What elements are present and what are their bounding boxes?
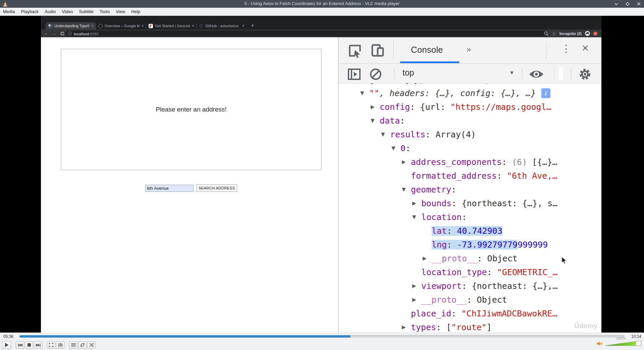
console-output[interactable]: {data: {…}, status: 200, statusText: ▼""… <box>338 83 601 333</box>
disclosure-collapsed-icon[interactable]: ▶ <box>402 155 406 169</box>
extension-icon[interactable] <box>593 32 597 36</box>
tab-close-icon[interactable]: × <box>142 24 144 28</box>
disclosure-expanded-icon[interactable]: ▼ <box>360 86 364 100</box>
equalizer-icon <box>58 343 63 347</box>
browser-tab[interactable]: Get Started | Geocoding API× <box>146 22 197 30</box>
globe-icon <box>48 24 52 28</box>
console-line: formatted_address: "6th Ave,… <box>338 169 601 183</box>
menu-view[interactable]: View <box>113 9 128 14</box>
menu-audio[interactable]: Audio <box>42 9 59 14</box>
disclosure-collapsed-icon[interactable]: ▶ <box>412 196 416 210</box>
clipped-console-line: {data: {…}, status: 200, statusText: <box>338 83 601 86</box>
devtools-menu-icon[interactable]: ⋮ <box>561 43 571 54</box>
reload-icon[interactable] <box>60 31 65 36</box>
disclosure-collapsed-icon[interactable]: ▶ <box>412 293 416 307</box>
watermark: Ûdemy <box>574 322 597 330</box>
browser-tab[interactable]: Overview – Google Maps – Co× <box>96 22 146 30</box>
shuffle-icon <box>89 343 94 347</box>
video-area[interactable]: Understanding TypeScript×Overview – Goog… <box>0 16 644 333</box>
console-line: ▶config: {url: "https://maps.googl… <box>338 100 601 114</box>
menu-subtitle[interactable]: Subtitle <box>76 9 96 14</box>
console-line: ▶__proto__: Object <box>338 293 601 307</box>
back-icon[interactable]: ← <box>44 30 48 36</box>
github-icon <box>199 24 203 28</box>
vlc-window: 5 - Using Axios to Fetch Coordinates for… <box>0 0 644 350</box>
menu-media[interactable]: Media <box>0 9 18 14</box>
console-line: ▼location: <box>338 210 601 224</box>
devtools-close-icon[interactable]: × <box>582 42 589 53</box>
previous-button[interactable] <box>16 341 24 349</box>
address-bar[interactable]: i localhost:8080 <box>65 31 547 36</box>
minimize-icon[interactable] <box>614 3 618 5</box>
previous-icon <box>18 343 22 347</box>
forward-icon[interactable]: → <box>52 30 56 36</box>
disclosure-expanded-icon[interactable]: ▼ <box>412 210 416 224</box>
loop-icon <box>80 343 85 347</box>
console-line: place_id: "ChIJiwmADCBawokRE… <box>338 307 601 320</box>
menu-help[interactable]: Help <box>128 9 143 14</box>
elapsed-time: 05:36 <box>3 334 13 339</box>
disclosure-collapsed-icon[interactable]: ▶ <box>423 252 427 265</box>
disclosure-collapsed-icon[interactable]: ▶ <box>402 320 406 333</box>
clock-icon <box>98 24 103 28</box>
address-input[interactable] <box>145 185 194 192</box>
disclosure-collapsed-icon[interactable]: ▶ <box>412 279 416 293</box>
tab-close-icon[interactable]: × <box>192 24 194 28</box>
browser-toolbar: ← → i localhost:8080 ☆ Incognito (2) <box>41 30 601 37</box>
play-button[interactable] <box>2 341 11 349</box>
loop-button[interactable] <box>78 341 87 349</box>
console-line: lng: -73.99279779999999 <box>338 238 601 252</box>
incognito-avatar-icon[interactable] <box>585 31 590 36</box>
tab-close-icon[interactable]: × <box>91 24 94 28</box>
search-address-button[interactable]: SEARCH ADDRESS <box>196 184 237 192</box>
filter-input[interactable] <box>559 67 563 80</box>
info-icon[interactable]: i <box>541 88 550 98</box>
stop-button[interactable] <box>25 341 33 349</box>
settings-gear-icon[interactable] <box>578 68 592 81</box>
context-selector[interactable]: top <box>402 68 414 78</box>
browser-tab[interactable]: Understanding TypeScript× <box>46 22 96 30</box>
titlebar: 5 - Using Axios to Fetch Coordinates for… <box>0 0 644 8</box>
disclosure-expanded-icon[interactable]: ▼ <box>371 114 375 128</box>
console-line: ▼"", headers: {…}, config: {…}, …}i <box>338 86 601 100</box>
more-tabs-icon[interactable]: » <box>467 45 470 54</box>
menu-playback[interactable]: Playback <box>18 9 42 14</box>
zoom-icon[interactable] <box>544 31 548 36</box>
seek-bar[interactable] <box>19 335 625 338</box>
close-icon[interactable] <box>637 2 641 6</box>
console-sidebar-icon[interactable] <box>347 68 361 80</box>
console-line: ▼0: <box>338 141 601 155</box>
context-dropdown-icon[interactable]: ▼ <box>509 70 515 76</box>
disclosure-expanded-icon[interactable]: ▼ <box>402 183 406 196</box>
console-line: ▼data: <box>338 114 601 128</box>
address-message: Please enter an address! <box>156 106 226 113</box>
menu-tools[interactable]: Tools <box>97 9 113 14</box>
bookmark-star-icon[interactable]: ☆ <box>552 31 556 36</box>
disclosure-expanded-icon[interactable]: ▼ <box>381 128 385 141</box>
extended-settings-button[interactable] <box>56 341 64 349</box>
menu-video[interactable]: Video <box>59 9 76 14</box>
tab-close-icon[interactable]: × <box>242 24 245 28</box>
disclosure-expanded-icon[interactable]: ▼ <box>391 141 395 155</box>
inspect-element-icon[interactable] <box>347 43 362 58</box>
live-expression-eye-icon[interactable] <box>529 69 544 79</box>
vlc-menubar: MediaPlaybackAudioVideoSubtitleToolsView… <box>0 8 644 16</box>
device-toolbar-icon[interactable] <box>370 43 385 58</box>
vlc-controls: 05:36 10:14 <box>0 333 644 350</box>
maximize-icon[interactable] <box>626 2 630 6</box>
clear-console-icon[interactable] <box>369 68 382 81</box>
browser-tab[interactable]: GitHub - axios/axios: Promise× <box>197 22 247 30</box>
console-line: ▶types: ["route"] <box>338 320 601 333</box>
playlist-button[interactable] <box>69 341 77 349</box>
fullscreen-button[interactable] <box>47 341 55 349</box>
volume-slider[interactable] <box>605 340 641 346</box>
maps-icon <box>149 24 153 28</box>
next-button[interactable] <box>34 341 42 349</box>
disclosure-collapsed-icon[interactable]: ▶ <box>371 100 375 114</box>
volume-control[interactable]: 100% <box>597 340 641 346</box>
tab-console[interactable]: Console <box>411 45 443 55</box>
page-info-icon[interactable]: i <box>68 32 72 35</box>
random-button[interactable] <box>87 341 96 349</box>
new-tab-button[interactable]: + <box>251 22 254 29</box>
console-line: {data: {…}, status: 200, statusText: <box>338 83 601 86</box>
